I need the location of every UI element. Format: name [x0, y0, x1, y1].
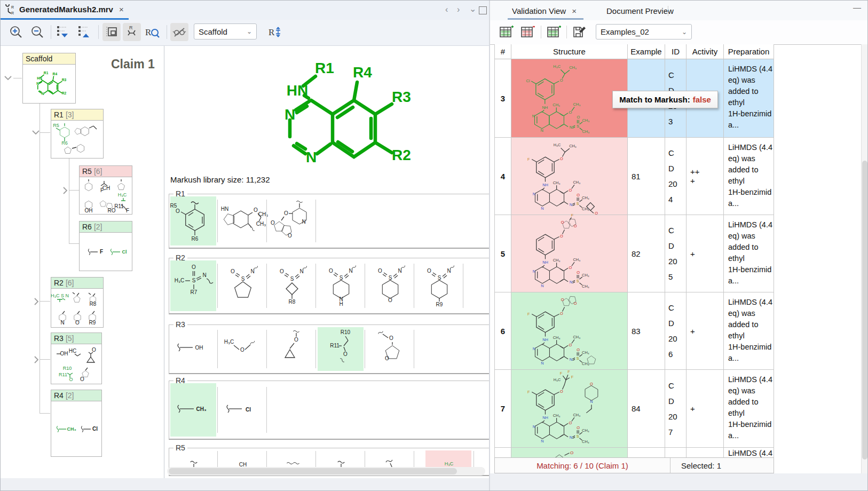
row6-structure[interactable]: F	[511, 292, 628, 370]
tree-node-r3[interactable]: R3[5] OH HC O R10R11O O	[51, 332, 102, 384]
row-id[interactable]: C D 20 7	[665, 370, 686, 448]
svg-text:O: O	[75, 320, 80, 326]
expander-down-icon[interactable]	[4, 74, 12, 82]
row5-structure[interactable]: F	[511, 215, 628, 292]
row-preparation[interactable]: LiHMDS (4.4 eq) was added to ethyl 1H-be…	[724, 59, 774, 138]
row-id[interactable]: C D 20 5	[665, 215, 686, 292]
add-table-button[interactable]	[546, 25, 562, 39]
row-num[interactable]	[494, 448, 511, 457]
scaffold-select[interactable]: Scaffold ⌄	[194, 23, 257, 39]
row-num[interactable]: 6	[494, 292, 511, 370]
r6-mini-structures: F Cl	[81, 236, 131, 268]
r4-option-1[interactable]: CH₃	[170, 383, 216, 437]
nav-back-icon[interactable]: ‹	[445, 5, 448, 14]
collapse-all-button[interactable]	[75, 23, 93, 41]
remove-table-row-button[interactable]	[520, 25, 536, 39]
row-activity[interactable]	[686, 448, 724, 457]
expander-right-icon[interactable]	[33, 355, 40, 364]
rgroup-attachment-button[interactable]: R	[266, 23, 284, 41]
row-id[interactable]	[665, 448, 686, 457]
r2-option-5[interactable]: S O N O	[367, 260, 413, 311]
edit-save-button[interactable]	[571, 25, 587, 39]
tab-close-icon[interactable]: ×	[572, 6, 577, 15]
node-label: Scaffold	[26, 54, 52, 63]
row-id[interactable]: C D 20 4	[665, 138, 686, 215]
col-header-num[interactable]: #	[494, 44, 511, 59]
row4-structure[interactable]: F O	[511, 138, 628, 215]
col-header-structure[interactable]: Structure	[511, 44, 628, 59]
rgroup-view-button[interactable]: R	[123, 23, 141, 41]
r3-option-1[interactable]: OH	[170, 327, 216, 371]
row-example[interactable]: 83	[628, 292, 665, 370]
tab-close-icon[interactable]: ×	[119, 5, 124, 14]
row-num[interactable]: 3	[494, 59, 511, 138]
tree-node-scaffold[interactable]: Scaffold	[22, 53, 76, 104]
r3-option-5[interactable]: O O	[367, 327, 413, 371]
col-header-example[interactable]: Example	[628, 44, 665, 59]
minimize-icon[interactable]: —	[853, 3, 861, 12]
row-id[interactable]: C D 20 6	[665, 292, 686, 370]
col-header-activity[interactable]: Activity	[686, 44, 724, 59]
r3-option-4[interactable]: R10 R11 O	[318, 327, 364, 371]
zoom-out-button[interactable]	[28, 23, 46, 41]
expand-all-button[interactable]	[54, 23, 72, 41]
row-example[interactable]	[628, 448, 665, 457]
row-activity[interactable]: ++ +	[686, 138, 724, 215]
tree-node-r6[interactable]: R6[2] F Cl	[79, 221, 132, 271]
row-preparation[interactable]: LiHMDS (4.4 eq) was added to ethyl 1H-be…	[724, 138, 774, 215]
nav-forward-icon[interactable]: ›	[457, 5, 460, 14]
expander-right-icon[interactable]	[33, 297, 40, 306]
dataset-select[interactable]: Examples_02 ⌄	[596, 24, 692, 39]
r4-option-2[interactable]: Cl	[219, 383, 265, 437]
canvas-hscrollbar-thumb[interactable]	[169, 468, 457, 474]
row-preparation[interactable]: LiHMDS (4.4 eq) was added to ethyl 1H-be…	[724, 370, 774, 448]
r3-option-3[interactable]: O	[269, 327, 314, 371]
tree-node-r4[interactable]: R4[2] CH₃ Cl	[51, 390, 102, 457]
row-example[interactable]: 82	[628, 215, 665, 292]
tab-validation-view[interactable]: Validation View ×	[507, 4, 582, 18]
hide-glasses-button[interactable]	[170, 23, 188, 41]
row8-structure[interactable]: O	[511, 448, 628, 457]
tab-list-chevron-icon[interactable]: ⌄	[469, 4, 476, 14]
tree-node-r5[interactable]: R5[6] CHF OH RO H₃C R11F	[79, 165, 132, 215]
tab-document-preview[interactable]: Document Preview	[601, 4, 679, 18]
row-activity[interactable]: +	[686, 370, 724, 448]
maximize-icon[interactable]	[479, 6, 487, 14]
row-example[interactable]: 84	[628, 370, 665, 448]
expander-down-icon[interactable]	[31, 129, 40, 136]
row-num[interactable]: 4	[494, 138, 511, 215]
r1-option-1[interactable]: O R5 R6	[170, 196, 216, 246]
zoom-in-button[interactable]	[7, 23, 25, 41]
row-activity[interactable]: +	[686, 215, 724, 292]
svg-text:Cl: Cl	[122, 249, 127, 255]
r2-option-4[interactable]: S O N NH	[318, 260, 364, 311]
show-frames-button[interactable]	[102, 23, 121, 41]
r2-option-1[interactable]: O H₃C S N R7	[170, 260, 216, 311]
row-preparation[interactable]: LiHMDS (4.4 eq) was added to ethyl 1H-be…	[724, 215, 774, 292]
row7-structure[interactable]: F FFF H₃C ON	[511, 370, 628, 448]
tree-node-r1[interactable]: R1[3] R5R6	[51, 109, 104, 159]
r1-option-2[interactable]: HN O CH₃CH₃	[219, 196, 265, 246]
table-vscrollbar-thumb[interactable]	[862, 161, 867, 460]
svg-text:R8: R8	[89, 301, 96, 307]
row3-structure[interactable]: Cl	[511, 59, 628, 138]
row-num[interactable]: 7	[494, 370, 511, 448]
row-activity[interactable]: +	[686, 292, 724, 370]
expander-right-icon[interactable]	[61, 186, 69, 195]
r2-option-2[interactable]: S O N	[219, 260, 265, 311]
validation-statusbar: Matching: 6 / 10 (Claim 1) Selected: 1	[494, 457, 774, 473]
r3-option-2[interactable]: H₃C O	[219, 327, 265, 371]
add-table-row-button[interactable]	[499, 25, 515, 39]
r2-option-6[interactable]: S O N R9	[416, 260, 462, 311]
row-example[interactable]: 81	[628, 138, 665, 215]
r1-option-3[interactable]: N O OO	[269, 196, 314, 246]
row-num[interactable]: 5	[494, 215, 511, 292]
tree-node-r2[interactable]: R2[6] H₃C S N R8 N O R9	[51, 277, 104, 328]
row-preparation[interactable]: LiHMDS (4.4 eq) was added to ethyl 1H-be…	[724, 292, 774, 370]
rgroup-query-button[interactable]: R	[143, 23, 161, 41]
col-header-id[interactable]: ID	[665, 44, 686, 59]
row-preparation[interactable]: LiHMDS (4.4	[724, 448, 774, 457]
col-header-preparation[interactable]: Preparation	[724, 44, 774, 59]
r2-option-3[interactable]: S O N R8	[269, 260, 314, 311]
tab-generated-markush[interactable]: RR GeneratedMarkush2.mrv ×	[1, 1, 129, 18]
